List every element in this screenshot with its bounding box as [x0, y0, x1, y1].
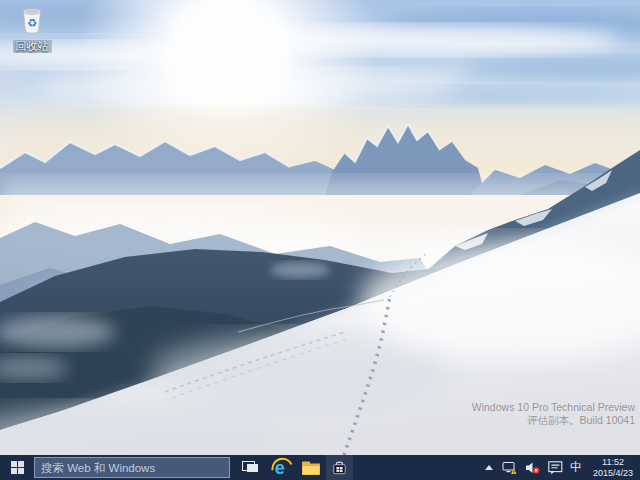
build-watermark: Windows 10 Pro Technical Preview 评估副本。Bu… [472, 401, 635, 427]
watermark-line1: Windows 10 Pro Technical Preview [472, 401, 635, 414]
windows-logo-icon [11, 461, 24, 474]
clock-time: 11:52 [591, 457, 635, 468]
file-explorer-button[interactable] [296, 455, 326, 480]
volume-muted-icon [525, 461, 541, 475]
search-input[interactable] [34, 457, 230, 478]
recycle-bin-icon: ♻ [16, 4, 48, 36]
system-tray: 中 11:52 2015/4/23 [483, 455, 640, 480]
taskbar-search [34, 457, 230, 478]
store-bag-icon [331, 459, 348, 476]
desktop[interactable]: ♻ 回收站 Windows 10 Pro Technical Preview 评… [0, 0, 640, 455]
network-warning-icon [502, 461, 518, 475]
chevron-up-icon [485, 465, 493, 470]
start-button[interactable] [0, 455, 34, 480]
tray-overflow-button[interactable] [483, 455, 495, 480]
recycle-bin-label: 回收站 [13, 40, 52, 53]
clock-date: 2015/4/23 [591, 468, 635, 479]
task-view-button[interactable] [236, 455, 266, 480]
store-button[interactable] [326, 455, 353, 480]
internet-explorer-button[interactable]: e [266, 455, 296, 480]
folder-icon [301, 460, 321, 476]
watermark-line2: 评估副本。Build 10041 [472, 414, 635, 427]
ime-language-indicator[interactable]: 中 [569, 455, 583, 480]
task-view-icon [242, 461, 260, 474]
recycle-bin[interactable]: ♻ 回收站 [8, 4, 56, 54]
wallpaper-mountain-snow [0, 0, 640, 455]
internet-explorer-icon: e [271, 457, 292, 478]
taskbar-clock[interactable]: 11:52 2015/4/23 [589, 457, 637, 478]
volume-button[interactable] [524, 455, 541, 480]
network-status-button[interactable] [501, 455, 518, 480]
action-center-button[interactable] [547, 455, 563, 480]
screen: ♻ 回收站 Windows 10 Pro Technical Preview 评… [0, 0, 640, 480]
taskbar: e [0, 455, 640, 480]
action-center-icon [548, 461, 563, 475]
svg-text:♻: ♻ [27, 17, 37, 30]
